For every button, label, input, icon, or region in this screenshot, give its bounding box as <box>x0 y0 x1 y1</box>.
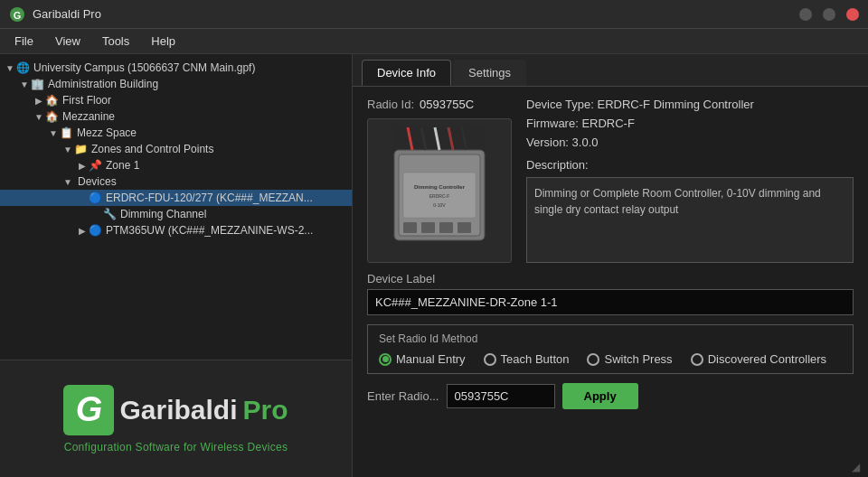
controller-icon: 🔵 <box>89 192 102 204</box>
right-panel: Device Info Settings Radio Id: 0593755C <box>353 54 868 477</box>
device-label-input[interactable] <box>367 289 854 315</box>
tree-label-zones: Zones and Control Points <box>91 143 213 155</box>
radio-circle-switch <box>587 353 599 366</box>
tree-label-zone1: Zone 1 <box>106 159 139 172</box>
radio-option-teach[interactable]: Teach Button <box>484 352 570 366</box>
zone-icon: 📌 <box>89 159 102 172</box>
svg-text:0-10V: 0-10V <box>433 202 446 208</box>
apply-button[interactable]: Apply <box>562 383 638 409</box>
radio-method-title: Set Radio Id Method <box>379 332 842 345</box>
svg-rect-14 <box>421 222 435 233</box>
device-image: Dimming Controller ERDRC-F 0-10V <box>367 118 512 263</box>
tree-node-erdrc[interactable]: 🔵 ERDRC-FDU-120/277 (KC###_MEZZAN... <box>0 190 352 206</box>
maximize-button[interactable] <box>823 8 835 21</box>
minimize-button[interactable] <box>799 8 812 21</box>
menu-view[interactable]: View <box>46 31 90 51</box>
enter-radio-label: Enter Radio... <box>367 389 439 403</box>
top-row: Radio Id: 0593755C <box>367 98 854 263</box>
logo-subtitle: Configuration Software for Wireless Devi… <box>64 441 288 454</box>
svg-text:ERDRC-F: ERDRC-F <box>429 193 450 199</box>
tree-node-ptm[interactable]: ▶ 🔵 PTM365UW (KC###_MEZZANINE-WS-2... <box>0 222 352 238</box>
svg-text:G: G <box>14 10 22 21</box>
svg-line-4 <box>408 127 412 150</box>
logo-name: Garibaldi <box>119 395 237 426</box>
tree-node-zone1[interactable]: ▶ 📌 Zone 1 <box>0 157 352 173</box>
radio-option-switch[interactable]: Switch Press <box>587 352 672 366</box>
tabs-bar: Device Info Settings <box>353 54 868 87</box>
radio-method-section: Set Radio Id Method Manual Entry Teach B… <box>367 324 854 374</box>
firmware-line: Firmware: ERDRC-F <box>526 117 854 130</box>
tree-label-mezzspace: Mezz Space <box>77 126 137 139</box>
device-type-line: Device Type: ERDRC-F Dimming Controller <box>526 98 854 111</box>
titlebar: G Garibaldi Pro <box>0 0 868 29</box>
zones-icon: 📁 <box>74 143 88 155</box>
tree-node-zones[interactable]: ▼ 📁 Zones and Control Points <box>0 141 352 157</box>
description-box: Dimming or Complete Room Controller, 0-1… <box>526 177 854 263</box>
logo-letter: G <box>63 385 114 435</box>
radio-id-label: Radio Id: <box>367 98 414 111</box>
radio-label-discovered: Discovered Controllers <box>708 352 827 366</box>
tree-node-mezz-space[interactable]: ▼ 📋 Mezz Space <box>0 125 352 141</box>
svg-line-7 <box>448 127 453 150</box>
svg-rect-13 <box>403 222 417 233</box>
menubar: File View Tools Help <box>0 29 868 54</box>
tree-arrow-admin: ▼ <box>18 80 31 89</box>
menu-file[interactable]: File <box>5 31 42 51</box>
menu-help[interactable]: Help <box>142 31 184 51</box>
tree-arrow-mezz: ▼ <box>33 112 45 122</box>
svg-line-6 <box>435 127 439 150</box>
radio-option-manual[interactable]: Manual Entry <box>379 352 466 366</box>
logo-pro: Pro <box>243 395 288 426</box>
tree-arrow-first: ▶ <box>33 96 45 106</box>
tree-node-first-floor[interactable]: ▶ 🏠 First Floor <box>0 92 352 108</box>
radio-label-switch: Switch Press <box>604 352 672 366</box>
tree-node-devices[interactable]: ▼ Devices <box>0 173 352 190</box>
tree-arrow-zone1: ▶ <box>76 161 89 171</box>
floor-icon: 🏠 <box>45 94 59 107</box>
tree-node-admin[interactable]: ▼ 🏢 Administration Building <box>0 76 352 92</box>
logo-container: G Garibaldi Pro <box>63 385 288 435</box>
tree-node-root[interactable]: ▼ 🌐 University Campus (15066637 CNM Main… <box>0 60 352 76</box>
tree-label-first: First Floor <box>62 94 111 107</box>
tree-arrow-ptm: ▶ <box>76 226 89 236</box>
close-button[interactable] <box>846 8 859 21</box>
resize-handle[interactable]: ◢ <box>852 461 864 473</box>
tree-node-mezzanine[interactable]: ▼ 🏠 Mezzanine <box>0 108 352 125</box>
mezzspace-icon: 📋 <box>60 126 73 139</box>
device-label-section: Device Label <box>367 272 854 315</box>
radio-option-discovered[interactable]: Discovered Controllers <box>691 352 827 366</box>
tree-node-dimchan[interactable]: 🔧 Dimming Channel <box>0 206 352 222</box>
logo-area: G Garibaldi Pro Configuration Software f… <box>0 360 352 477</box>
main-layout: ▼ 🌐 University Campus (15066637 CNM Main… <box>0 54 868 477</box>
mezzanine-icon: 🏠 <box>45 110 59 123</box>
radio-id-row: Radio Id: 0593755C <box>367 98 512 111</box>
tree-arrow-zones: ▼ <box>61 145 74 154</box>
svg-line-8 <box>462 127 467 150</box>
tree-label-root: University Campus (15066637 CNM Main.gpf… <box>33 61 255 74</box>
device-info-col: Device Type: ERDRC-F Dimming Controller … <box>526 98 854 263</box>
tab-device-info[interactable]: Device Info <box>362 60 451 86</box>
description-label: Description: <box>526 158 854 172</box>
radio-id-value: 0593755C <box>420 98 474 111</box>
radio-id-input[interactable] <box>447 384 555 408</box>
tree-label-ptm: PTM365UW (KC###_MEZZANINE-WS-2... <box>106 224 313 237</box>
tree-arrow-root: ▼ <box>4 63 16 73</box>
titlebar-title: Garibaldi Pro <box>33 7 101 21</box>
radio-circle-manual <box>379 353 392 366</box>
device-illustration: Dimming Controller ERDRC-F 0-10V <box>376 123 503 258</box>
bottom-row: Enter Radio... Apply <box>367 383 854 409</box>
tree-arrow-devices: ▼ <box>61 177 74 187</box>
svg-line-5 <box>421 127 426 150</box>
tree-label-dimchan: Dimming Channel <box>120 208 206 220</box>
tree-view: ▼ 🌐 University Campus (15066637 CNM Main… <box>0 54 352 360</box>
device-label-title: Device Label <box>367 272 854 285</box>
tab-settings[interactable]: Settings <box>453 60 526 86</box>
building-icon: 🏢 <box>31 78 44 90</box>
device-image-col: Radio Id: 0593755C <box>367 98 512 263</box>
svg-text:Dimming Controller: Dimming Controller <box>414 184 466 190</box>
menu-tools[interactable]: Tools <box>93 31 138 51</box>
version-line: Version: 3.0.0 <box>526 136 854 149</box>
radio-options: Manual Entry Teach Button Switch Press D… <box>379 352 842 366</box>
svg-rect-15 <box>439 222 453 233</box>
radio-circle-teach <box>484 353 496 366</box>
